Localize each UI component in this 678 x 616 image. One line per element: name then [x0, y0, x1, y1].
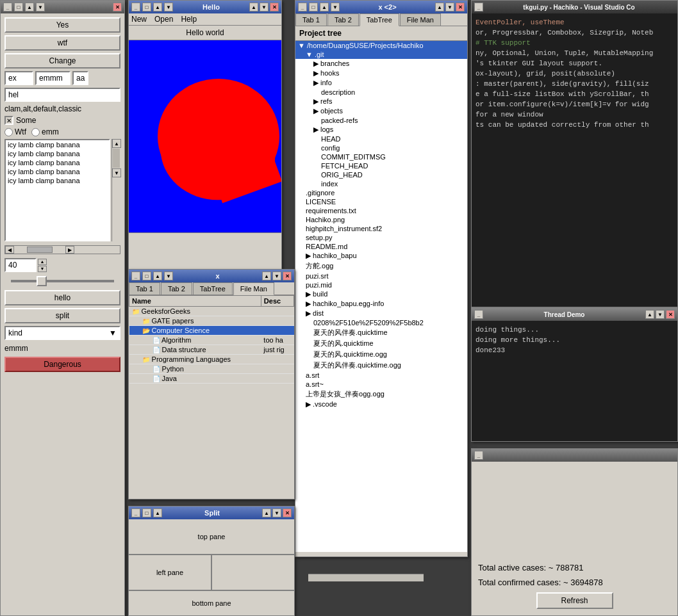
hello-minimize[interactable]: _	[131, 3, 140, 12]
combo-box[interactable]: kind ▼	[4, 326, 120, 340]
tree-item-xiatian2[interactable]: 夏天的风.quicktime	[295, 338, 467, 349]
tree-item-refs[interactable]: ▶ refs	[295, 97, 467, 106]
tree-item-setup[interactable]: setup.py	[295, 233, 467, 242]
scroll-up-arrow[interactable]: ▲	[112, 139, 121, 148]
wtf-radio[interactable]: Wtf	[4, 127, 26, 136]
hscroll-right[interactable]: ▶	[65, 246, 74, 254]
emm-radio[interactable]: emm	[31, 127, 59, 136]
scroll-thumb[interactable]	[113, 149, 120, 168]
hello-close[interactable]: ✕	[270, 3, 279, 12]
hscroll-left[interactable]: ◀	[5, 246, 14, 254]
tree-item-hooks[interactable]: ▶ hooks	[295, 69, 467, 78]
tree-win-btn1[interactable]: _	[298, 3, 307, 12]
col-desc[interactable]: Desc	[261, 296, 294, 307]
thread-restore[interactable]: ▼	[656, 310, 665, 319]
tree-item-commit-editmsg[interactable]: COMMIT_EDITMSG	[295, 152, 467, 161]
tree-item-vscode[interactable]: ▶ .vscode	[295, 400, 467, 409]
tree-item-fang-ogg[interactable]: 方舵.ogg	[295, 261, 467, 272]
fm-btn4[interactable]: ▼	[164, 272, 173, 280]
hello-button[interactable]: hello	[4, 290, 120, 305]
fm-tabtree[interactable]: TabTree	[193, 282, 233, 295]
list-item[interactable]: icy lamb clamp banana	[6, 149, 109, 158]
tree-item-goddess[interactable]: 上帝是女孩_伴奏ogg.ogg	[295, 389, 467, 400]
split-btn1[interactable]: _	[131, 508, 140, 517]
tree-item-objects[interactable]: ▶ objects	[295, 106, 467, 116]
win-restore-btn[interactable]: □	[14, 3, 23, 12]
fm-btn1[interactable]: _	[131, 272, 140, 280]
list-item[interactable]: icy lamb clamp banana	[6, 158, 109, 167]
table-row[interactable]: Programming Languages	[129, 355, 294, 364]
tab-tab1[interactable]: Tab 1	[295, 13, 327, 26]
hscroll-thumb[interactable]	[27, 247, 53, 253]
fm-close[interactable]: ✕	[283, 272, 292, 280]
win-minimize-btn[interactable]: _	[3, 3, 12, 12]
tree-item-a-srt[interactable]: a.srt	[295, 371, 467, 380]
fm-btn3[interactable]: ▲	[153, 272, 162, 280]
table-row[interactable]: Data structure just rig	[129, 345, 294, 355]
thread-close[interactable]: ✕	[666, 310, 675, 319]
tree-item-info[interactable]: ▶ info	[295, 78, 467, 88]
tree-item-highpitch[interactable]: highpitch_instrument.sf2	[295, 224, 467, 233]
stats-btn1[interactable]: _	[474, 451, 483, 460]
spinbox[interactable]: 40	[4, 258, 37, 272]
tree-item-hachiko-png[interactable]: Hachiko.png	[295, 215, 467, 224]
hel-input[interactable]: hel	[4, 88, 120, 102]
thread-expand[interactable]: ▲	[645, 310, 654, 319]
tree-item-config[interactable]: config	[295, 143, 467, 152]
fm-restore[interactable]: ▼	[272, 272, 281, 280]
vscode-btn1[interactable]: _	[474, 3, 483, 12]
fm-tab1[interactable]: Tab 1	[129, 282, 160, 295]
aa-input[interactable]: aa	[72, 71, 88, 85]
tab-tab2[interactable]: Tab 2	[327, 13, 359, 26]
tree-item-git[interactable]: ▼ .git	[295, 50, 467, 59]
tree-content[interactable]: ▼ /home/DuangSUSE/Projects/Hachiko ▼ .gi…	[295, 41, 467, 552]
split-button[interactable]: split	[4, 308, 120, 323]
hello-maximize[interactable]: ▲	[153, 3, 162, 12]
tree-item-logs[interactable]: ▶ logs	[295, 125, 467, 134]
listbox-hscrollbar[interactable]: ◀ ▶	[4, 245, 120, 254]
col-name[interactable]: Name	[129, 296, 261, 307]
yes-button[interactable]: Yes	[4, 17, 120, 33]
split-btn3[interactable]: ▲	[153, 508, 162, 517]
tree-item-xiatian4[interactable]: 夏天的风伴奏.quicktime.ogg	[295, 360, 467, 371]
split-restore[interactable]: ▼	[272, 508, 281, 517]
tree-expand[interactable]: ▲	[435, 3, 444, 12]
scroll-down-arrow[interactable]: ▼	[112, 168, 121, 177]
tree-item-a-srt-tilde[interactable]: a.srt~	[295, 380, 467, 389]
spinbox-up[interactable]: ▲	[38, 259, 47, 265]
fm-btn2[interactable]: □	[142, 272, 151, 280]
tree-item-gitignore[interactable]: .gitignore	[295, 188, 467, 197]
tab-tabtree[interactable]: TabTree	[360, 13, 399, 26]
spinbox-down[interactable]: ▼	[38, 266, 47, 272]
table-row-cs[interactable]: 📂 Computer Science	[129, 326, 294, 336]
tree-item-license[interactable]: LICENSE	[295, 197, 467, 206]
some-checkbox[interactable]: ✕ Some	[4, 116, 120, 125]
tree-item-requirements[interactable]: requirements.txt	[295, 206, 467, 215]
split-expand[interactable]: ▲	[262, 508, 271, 517]
tree-close[interactable]: ✕	[456, 3, 465, 12]
tree-win-btn3[interactable]: ▲	[320, 3, 329, 12]
tree-item-xiatian1[interactable]: 夏天的风伴奏.quicktime	[295, 327, 467, 338]
fm-content[interactable]: Name Desc GeeksforGeeks GATE papers 📂 Co…	[129, 295, 294, 491]
tree-root[interactable]: ▼ /home/DuangSUSE/Projects/Hachiko	[295, 41, 467, 50]
scale-thumb[interactable]	[37, 276, 47, 286]
tree-item-xiatian3[interactable]: 夏天的风.quicktime.ogg	[295, 349, 467, 360]
tree-win-btn2[interactable]: □	[309, 3, 318, 12]
tree-item-puzi-srt[interactable]: puzi.srt	[295, 272, 467, 280]
fm-tab2[interactable]: Tab 2	[161, 282, 192, 295]
list-item[interactable]: icy lamb clamp banana	[6, 176, 109, 185]
tree-item-head[interactable]: HEAD	[295, 134, 467, 143]
list-item[interactable]: icy lamb clamp banana	[6, 167, 109, 176]
list-item[interactable]: icy lamb clamp banana	[6, 140, 109, 149]
listbox-scrollbar[interactable]: ▲ ▼	[112, 139, 120, 241]
tree-item-hachiko-bapu[interactable]: ▶ hachiko_bapu	[295, 251, 467, 261]
scale-widget[interactable]	[4, 275, 120, 288]
tree-item-branches[interactable]: ▶ branches	[295, 59, 467, 69]
dangerous-button[interactable]: Dangerous	[4, 357, 120, 372]
hello-restore2[interactable]: ▼	[260, 3, 269, 12]
win-minimize2-btn[interactable]: ▼	[36, 3, 45, 12]
tree-win-btn4[interactable]: ▼	[331, 3, 340, 12]
listbox[interactable]: icy lamb clamp banana icy lamb clamp ban…	[4, 139, 110, 241]
split-scrollbar[interactable]	[308, 574, 424, 581]
fm-expand[interactable]: ▲	[262, 272, 271, 280]
